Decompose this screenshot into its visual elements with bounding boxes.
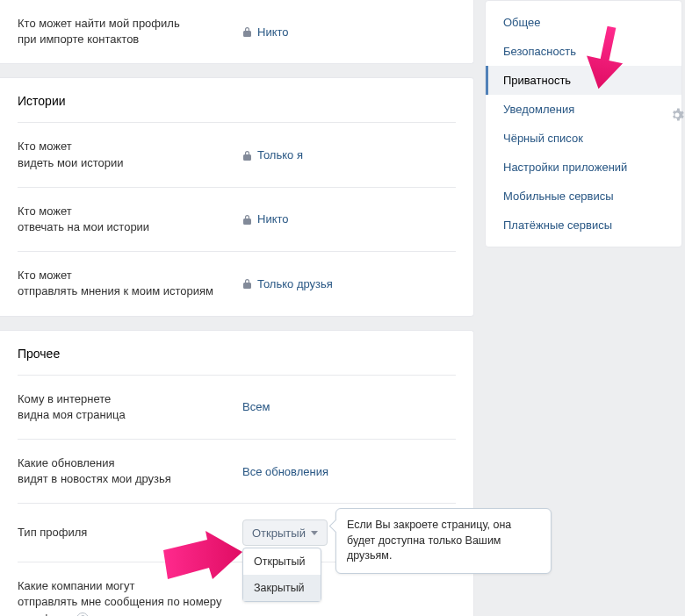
settings-block-stories: Истории Кто может видеть мои истории Тол… [0, 77, 474, 316]
profile-type-tooltip: Если Вы закроете страницу, она будет дос… [335, 508, 552, 574]
setting-row: Кто может найти мой профиль при импорте … [18, 0, 456, 63]
setting-value[interactable]: Всем [242, 400, 270, 413]
profile-type-dropdown: Открытый Закрытый [242, 548, 321, 602]
annotation-arrow-icon [163, 531, 242, 585]
label-line: отвечать на мои истории [18, 219, 242, 235]
select-button[interactable]: Открытый [242, 519, 328, 546]
sidebar-item-blacklist[interactable]: Чёрный список [486, 124, 681, 153]
setting-label: Какие обновления видят в новостях мои др… [18, 455, 242, 487]
sidebar-item-mobile[interactable]: Мобильные сервисы [486, 182, 681, 211]
dropdown-option-open[interactable]: Открытый [243, 548, 321, 575]
label-part: отправлять мне [18, 595, 105, 608]
lock-icon [242, 214, 252, 225]
section-header: Истории [0, 78, 473, 122]
lock-icon [242, 150, 252, 161]
value-text: Никто [257, 25, 289, 39]
select-current-value: Открытый [252, 526, 306, 540]
setting-label: Кто может отправлять мнения к моим истор… [18, 268, 242, 299]
value-text: Только я [257, 148, 303, 161]
label-line: отправлять мне сообщения по номеру телеф… [18, 594, 242, 616]
annotation-arrow-icon [583, 26, 627, 90]
setting-row: Кто может отвечать на мои истории Никто [18, 187, 456, 251]
section-header: Прочее [0, 331, 473, 375]
chevron-down-icon [311, 531, 318, 535]
setting-value[interactable]: Только я [242, 148, 303, 161]
label-line: Какие обновления [18, 455, 242, 471]
lock-icon [242, 26, 252, 37]
setting-label: Кто может видеть мои истории [18, 139, 242, 170]
setting-value[interactable]: Никто [242, 25, 289, 39]
label-line: Кто может [18, 139, 242, 154]
value-text: Все обновления [242, 465, 328, 478]
label-line: Кто может найти мой профиль [18, 16, 242, 32]
setting-row: Кто может отправлять мнения к моим истор… [18, 251, 456, 315]
setting-value[interactable]: Никто [242, 212, 289, 226]
dropdown-option-closed[interactable]: Закрытый [243, 575, 321, 601]
value-text: Только друзья [257, 277, 333, 290]
setting-label: Кому в интернете видна моя страница [18, 391, 242, 423]
label-line: Кому в интернете [18, 391, 242, 407]
main-column: Кто может найти мой профиль при импорте … [0, 0, 474, 616]
settings-block-top: Кто может найти мой профиль при импорте … [0, 0, 474, 64]
label-line: видна моя страница [18, 407, 242, 423]
setting-label: Кто может отвечать на мои истории [18, 204, 242, 235]
lock-icon [242, 278, 252, 289]
help-icon[interactable]: ? [76, 612, 89, 616]
sidebar-item-notifications[interactable]: Уведомления [486, 95, 681, 124]
label-line: при импорте контактов [18, 32, 242, 47]
gear-icon[interactable] [670, 108, 684, 125]
value-text: Никто [257, 212, 289, 226]
setting-label: Кто может найти мой профиль при импорте … [18, 16, 242, 47]
setting-value[interactable]: Только друзья [242, 277, 333, 290]
setting-row: Кто может видеть мои истории Только я [18, 122, 456, 186]
profile-type-select: Открытый Открытый Закрытый [242, 519, 328, 546]
setting-row: Какие обновления видят в новостях мои др… [18, 439, 456, 503]
label-line: видеть мои истории [18, 155, 242, 171]
label-line: отправлять мнения к моим историям [18, 283, 242, 299]
setting-row: Кому в интернете видна моя страница Всем [18, 375, 456, 439]
sidebar-item-payments[interactable]: Платёжные сервисы [486, 211, 681, 240]
label-line: Кто может [18, 268, 242, 283]
sidebar-item-apps[interactable]: Настройки приложений [486, 153, 681, 182]
value-text: Всем [242, 400, 270, 413]
label-line: Кто может [18, 204, 242, 219]
setting-value[interactable]: Все обновления [242, 465, 328, 478]
label-line: видят в новостях мои друзья [18, 471, 242, 487]
